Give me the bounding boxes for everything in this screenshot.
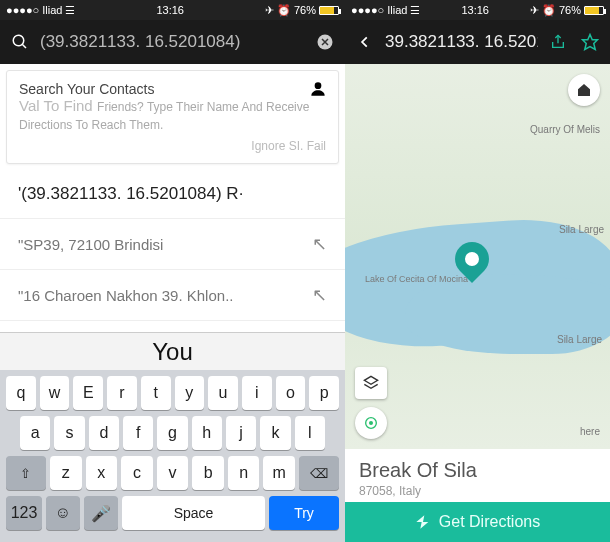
key-q[interactable]: q <box>6 376 36 410</box>
key-b[interactable]: b <box>192 456 224 490</box>
key-j[interactable]: j <box>226 416 256 450</box>
place-addr: 87058, Italy <box>359 484 596 498</box>
key-m[interactable]: m <box>263 456 295 490</box>
place-card: Break Of Sila 87058, Italy <box>345 449 610 502</box>
key-k[interactable]: k <box>260 416 290 450</box>
key-p[interactable]: p <box>309 376 339 410</box>
map-label: Lake Of Cecita Of Mocina <box>365 274 468 284</box>
key-r[interactable]: r <box>107 376 137 410</box>
place-name: Break Of Sila <box>359 459 596 482</box>
search-header <box>0 20 345 64</box>
arrow-icon: ↖ <box>312 284 327 306</box>
key-f[interactable]: f <box>123 416 153 450</box>
list-item[interactable]: "16 Charoen Nakhon 39. Khlon.. ↖ <box>0 270 345 321</box>
key-e[interactable]: E <box>73 376 103 410</box>
map-attrib: here <box>580 426 600 437</box>
coords-text: 39.3821133. 16.5201084· <box>385 32 538 52</box>
key-h[interactable]: h <box>192 416 222 450</box>
list-item[interactable]: '(39.3821133. 16.5201084) R· <box>0 170 345 219</box>
key-u[interactable]: u <box>208 376 238 410</box>
status-bar: ●●●●○Iliad☰ 13:16 ✈⏰76% <box>345 0 610 20</box>
key-l[interactable]: l <box>295 416 325 450</box>
locate-button[interactable] <box>355 407 387 439</box>
key-c[interactable]: c <box>121 456 153 490</box>
map-label: Quarry Of Melis <box>530 124 600 135</box>
svg-point-0 <box>13 35 24 46</box>
list-item[interactable]: "SP39, 72100 Brindisi ↖ <box>0 219 345 270</box>
prediction-bar[interactable]: You <box>0 332 345 370</box>
keyboard: You q w E r t y u i o p a s d f g h j <box>0 332 345 542</box>
svg-point-7 <box>369 421 373 425</box>
svg-marker-5 <box>364 376 377 384</box>
contacts-card[interactable]: Search Your Contacts Val To Find Friends… <box>6 70 339 164</box>
key-d[interactable]: d <box>89 416 119 450</box>
key-emoji[interactable]: ☺ <box>46 496 80 530</box>
card-title: Search Your Contacts <box>19 81 154 97</box>
card-val: Val To Find <box>19 97 93 114</box>
key-o[interactable]: o <box>276 376 306 410</box>
clear-icon[interactable] <box>313 30 337 54</box>
share-icon[interactable] <box>546 30 570 54</box>
key-t[interactable]: t <box>141 376 171 410</box>
search-icon[interactable] <box>8 30 32 54</box>
layers-button[interactable] <box>355 367 387 399</box>
svg-point-3 <box>315 82 322 89</box>
status-bar: ●●●●○Iliad☰ 13:16 ✈⏰76% <box>0 0 345 20</box>
key-123[interactable]: 123 <box>6 496 42 530</box>
key-y[interactable]: y <box>175 376 205 410</box>
get-directions-button[interactable]: Get Directions <box>345 502 610 542</box>
map-view[interactable]: Quarry Of Melis Sila Large Sila Large La… <box>345 64 610 449</box>
key-w[interactable]: w <box>40 376 70 410</box>
key-x[interactable]: x <box>86 456 118 490</box>
person-icon <box>310 81 326 97</box>
key-s[interactable]: s <box>54 416 84 450</box>
svg-marker-4 <box>583 35 598 50</box>
detail-header: 39.3821133. 16.5201084· <box>345 20 610 64</box>
key-shift[interactable]: ⇧ <box>6 456 46 490</box>
star-icon[interactable] <box>578 30 602 54</box>
coords-input[interactable] <box>40 32 305 52</box>
back-icon[interactable] <box>353 30 377 54</box>
key-n[interactable]: n <box>228 456 260 490</box>
svg-line-1 <box>22 44 26 48</box>
key-space[interactable]: Space <box>122 496 265 530</box>
home-button[interactable] <box>568 74 600 106</box>
key-v[interactable]: v <box>157 456 189 490</box>
map-label: Sila Large <box>557 334 602 345</box>
key-g[interactable]: g <box>157 416 187 450</box>
card-footer: Ignore SI. Fail <box>19 139 326 153</box>
key-i[interactable]: i <box>242 376 272 410</box>
key-a[interactable]: a <box>20 416 50 450</box>
arrow-icon: ↖ <box>312 233 327 255</box>
key-backspace[interactable]: ⌫ <box>299 456 339 490</box>
route-icon <box>415 514 431 530</box>
key-go[interactable]: Try <box>269 496 339 530</box>
key-mic[interactable]: 🎤 <box>84 496 118 530</box>
map-label: Sila Large <box>559 224 604 235</box>
key-z[interactable]: z <box>50 456 82 490</box>
